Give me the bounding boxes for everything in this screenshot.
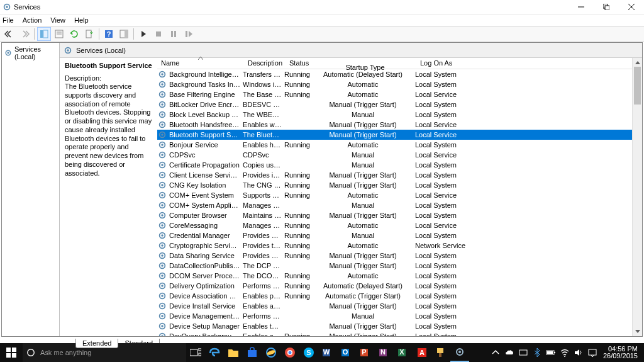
svg-point-28 xyxy=(161,83,164,86)
taskbar-app-chrome[interactable] xyxy=(280,343,299,362)
gear-icon xyxy=(158,322,167,331)
stop-service-button[interactable] xyxy=(152,27,165,41)
cell-logon-as: Local System xyxy=(415,292,642,300)
column-status[interactable]: Status xyxy=(286,58,314,69)
cell-logon-as: Local System xyxy=(415,161,642,169)
scrollbar-thumb[interactable] xyxy=(634,67,641,105)
cell-description: Performs co... xyxy=(243,282,284,290)
cell-status: Running xyxy=(284,191,313,199)
taskbar-app-paint[interactable] xyxy=(431,343,450,362)
content-pane: Services (Local) Bluetooth Support Servi… xyxy=(60,43,642,336)
close-button[interactable] xyxy=(619,0,644,14)
svg-point-56 xyxy=(161,224,164,227)
restart-service-button[interactable] xyxy=(182,27,196,41)
maximize-button[interactable] xyxy=(594,0,619,14)
taskbar-app-services[interactable] xyxy=(450,343,469,362)
service-list: Name Description Status Startup Type Log… xyxy=(157,43,642,336)
tab-extended[interactable]: Extended xyxy=(75,339,118,348)
forward-button[interactable] xyxy=(18,27,31,41)
scroll-up-button[interactable] xyxy=(633,58,642,67)
properties-button[interactable] xyxy=(52,27,66,41)
table-row[interactable]: DevQuery Background Disc...Enables app..… xyxy=(157,331,642,336)
tray-onedrive-icon[interactable] xyxy=(504,348,514,358)
gear-icon xyxy=(158,110,167,119)
show-hide-action-pane-button[interactable] xyxy=(117,27,131,41)
cortana-icon xyxy=(26,348,35,357)
svg-point-22 xyxy=(7,52,9,54)
gear-icon xyxy=(158,302,167,310)
taskbar-app-store[interactable] xyxy=(243,343,262,362)
tray-input-icon[interactable] xyxy=(518,348,528,358)
cell-logon-as: Local Service xyxy=(415,191,642,199)
tree-item-services-local[interactable]: Services (Local) xyxy=(2,44,59,62)
window-title: Services xyxy=(14,3,40,11)
tray-battery-icon[interactable] xyxy=(546,348,556,358)
start-service-button[interactable] xyxy=(136,27,150,41)
cell-logon-as: Local Service xyxy=(415,91,642,98)
taskbar-app-skype[interactable]: S xyxy=(299,343,318,362)
tree-item-label: Services (Local) xyxy=(14,45,57,60)
console-tree[interactable]: Services (Local) xyxy=(2,43,60,336)
svg-rect-111 xyxy=(437,348,443,353)
cell-logon-as: Local System xyxy=(415,181,642,189)
menu-action[interactable]: Action xyxy=(23,16,42,24)
start-button[interactable] xyxy=(0,343,23,362)
column-name[interactable]: Name xyxy=(157,58,244,69)
taskbar-app-onenote[interactable]: N xyxy=(375,343,394,362)
vertical-scrollbar[interactable] xyxy=(632,58,642,336)
task-view-button[interactable] xyxy=(186,343,205,362)
cell-description: Performs D... xyxy=(243,312,284,320)
back-button[interactable] xyxy=(3,27,16,41)
menu-help[interactable]: Help xyxy=(74,16,89,24)
minimize-button[interactable] xyxy=(569,0,594,14)
taskbar-app-outlook[interactable]: O xyxy=(337,343,356,362)
help-button[interactable]: ? xyxy=(102,27,116,41)
gear-icon xyxy=(158,90,167,99)
gear-icon xyxy=(4,48,12,57)
cell-description: Provides da... xyxy=(243,252,284,259)
column-description[interactable]: Description xyxy=(244,58,286,69)
cell-description: The DCP (D... xyxy=(243,262,284,269)
cell-logon-as: Local System xyxy=(415,322,642,330)
cell-description: Enables pair... xyxy=(243,292,284,300)
svg-text:X: X xyxy=(399,348,404,356)
taskbar-app-edge[interactable] xyxy=(205,343,224,362)
cell-name: Device Management Enroll... xyxy=(169,312,243,320)
cell-status: Running xyxy=(284,81,313,88)
svg-rect-83 xyxy=(6,348,11,352)
pause-service-button[interactable] xyxy=(167,27,180,41)
svg-point-87 xyxy=(28,349,35,356)
svg-point-66 xyxy=(161,274,164,277)
svg-rect-7 xyxy=(40,30,43,38)
taskbar-app-ie[interactable] xyxy=(262,343,280,362)
svg-rect-86 xyxy=(12,353,16,358)
tray-bluetooth-icon[interactable] xyxy=(532,348,542,358)
svg-text:A: A xyxy=(419,349,425,356)
gear-icon xyxy=(158,130,167,139)
app-icon xyxy=(3,3,11,11)
taskbar-app-word[interactable]: W xyxy=(318,343,337,362)
menu-file[interactable]: File xyxy=(3,16,14,24)
tray-notifications-icon[interactable] xyxy=(587,348,597,358)
show-hide-tree-button[interactable] xyxy=(37,27,51,41)
svg-rect-19 xyxy=(174,31,176,37)
menu-view[interactable]: View xyxy=(50,16,65,24)
cell-name: Base Filtering Engine xyxy=(169,91,243,98)
tray-wifi-icon[interactable] xyxy=(560,348,570,358)
svg-point-52 xyxy=(161,204,164,206)
tray-volume-icon[interactable] xyxy=(574,348,584,358)
scroll-down-button[interactable] xyxy=(633,327,642,336)
export-button[interactable] xyxy=(82,27,96,41)
cell-status: Running xyxy=(284,141,313,149)
column-logon-as[interactable]: Log On As xyxy=(416,58,642,69)
taskbar-app-excel[interactable]: X xyxy=(394,343,413,362)
taskbar-clock[interactable]: 04:56 PM 26/09/2015 xyxy=(599,346,641,359)
taskbar-app-powerpoint[interactable]: P xyxy=(356,343,375,362)
refresh-button[interactable] xyxy=(67,27,81,41)
gear-icon xyxy=(158,251,167,260)
taskbar-app-acrobat[interactable]: A xyxy=(413,343,431,362)
cell-name: Bonjour Service xyxy=(169,141,243,149)
taskbar-app-explorer[interactable] xyxy=(224,343,243,362)
tray-chevron-up-icon[interactable] xyxy=(491,348,501,358)
svg-point-42 xyxy=(161,154,164,156)
